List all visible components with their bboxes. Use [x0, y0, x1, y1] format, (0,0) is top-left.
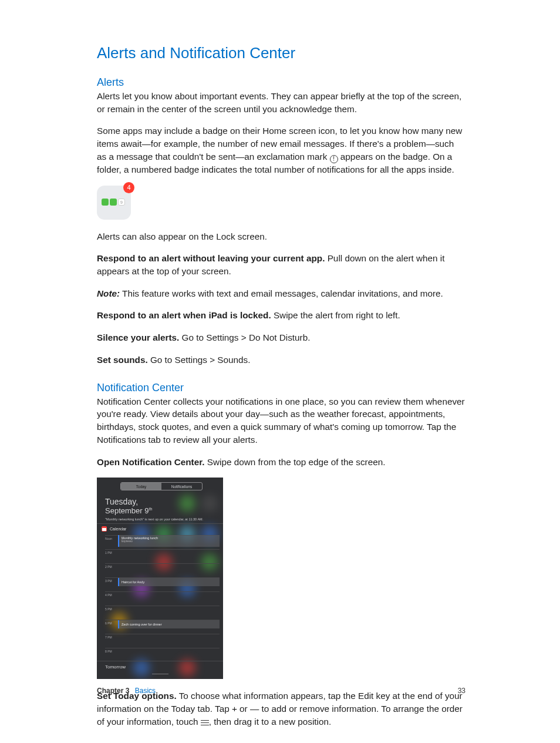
- alerts-lockscreen: Alerts can also appear on the Lock scree…: [97, 230, 465, 243]
- app-icon: [102, 199, 109, 206]
- respond-locked-label: Respond to an alert when iPad is locked.: [97, 310, 271, 320]
- notification-badge: 4: [123, 182, 134, 193]
- calendar-event: Monthly networking lunch Expresso: [118, 535, 220, 547]
- app-icon: [110, 199, 117, 206]
- footer-chapter: Chapter 3 Basics: [97, 687, 156, 695]
- silence-alerts: Silence your alerts. Go to Settings > Do…: [97, 331, 465, 344]
- time-label: 7 PM: [105, 636, 117, 639]
- nc-tabs: Today Notifications: [120, 482, 203, 490]
- nc-date: Tuesday, September 9th: [105, 497, 152, 515]
- set-sounds: Set sounds. Go to Settings > Sounds.: [97, 354, 465, 367]
- time-label: 4 PM: [105, 593, 117, 597]
- respond-current-app: Respond to an alert without leaving your…: [97, 252, 465, 277]
- chapter-name-link[interactable]: Basics: [135, 687, 156, 695]
- nc-timeline: Noon Monthly networking lunch Expresso 1…: [105, 535, 220, 662]
- calendar-icon: [102, 526, 107, 532]
- silence-text: Go to Settings > Do Not Disturb.: [179, 332, 310, 342]
- open-nc-text: Swipe down from the top edge of the scre…: [205, 457, 386, 467]
- page-content: Alerts and Notification Center Alerts Al…: [97, 44, 465, 737]
- folder-badge-figure: 9 4: [97, 186, 131, 220]
- event-title: Zach coming over for dinner: [122, 623, 161, 626]
- respond-app-label: Respond to an alert without leaving your…: [97, 253, 325, 263]
- time-label: 1 PM: [105, 551, 117, 554]
- event-location: Expresso: [122, 540, 217, 543]
- note-text: This feature works with text and email m…: [120, 288, 443, 298]
- time-label: 3 PM: [105, 579, 117, 583]
- respond-locked-text: Swipe the alert from right to left.: [271, 310, 400, 320]
- note-line: Note: This feature works with text and e…: [97, 287, 465, 300]
- note-label: Note:: [97, 288, 120, 298]
- event-title: Haircut for Andy: [122, 580, 144, 584]
- respond-locked: Respond to an alert when iPad is locked.…: [97, 309, 465, 322]
- time-label: 2 PM: [105, 565, 117, 569]
- reorder-handle-icon: [201, 720, 209, 725]
- time-label: 8 PM: [105, 650, 117, 653]
- nc-summary: "Monthly networking lunch" is next up on…: [105, 517, 203, 521]
- calendar-event: Haircut for Andy: [118, 578, 220, 586]
- time-label: 6 PM: [105, 621, 117, 625]
- page-number: 33: [458, 687, 465, 695]
- page-footer: Chapter 3 Basics 33: [97, 687, 465, 695]
- chapter-label: Chapter 3: [97, 687, 129, 695]
- nc-day: Tuesday,: [105, 497, 152, 506]
- sounds-label: Set sounds.: [97, 355, 148, 365]
- set-today-options: Set Today options. To choose what inform…: [97, 690, 465, 728]
- notification-center-figure: Today Notifications Tuesday, September 9…: [97, 478, 223, 679]
- notification-center-heading: Notification Center: [97, 382, 465, 394]
- exclamation-circle-icon: !: [330, 155, 338, 163]
- today-text-b: , then drag it to a new position.: [209, 717, 331, 727]
- page-title: Alerts and Notification Center: [97, 44, 465, 62]
- nc-calendar-header: Calendar: [102, 526, 126, 532]
- time-label: Noon: [105, 537, 117, 540]
- nc-full-date: September 9th: [105, 506, 152, 515]
- open-nc: Open Notification Center. Swipe down fro…: [97, 456, 465, 469]
- time-label: 5 PM: [105, 607, 117, 611]
- sounds-text: Go to Settings > Sounds.: [148, 355, 251, 365]
- nc-tomorrow-label: Tomorrow: [105, 664, 126, 670]
- open-nc-label: Open Notification Center.: [97, 457, 205, 467]
- silence-label: Silence your alerts.: [97, 332, 179, 342]
- alerts-intro-2: Some apps may include a badge on their H…: [97, 125, 465, 176]
- app-icon: 9: [118, 199, 125, 206]
- grabber-handle-icon[interactable]: [152, 674, 168, 676]
- alerts-heading: Alerts: [97, 76, 465, 89]
- nc-intro: Notification Center collects your notifi…: [97, 395, 465, 446]
- alerts-intro-1: Alerts let you know about important even…: [97, 90, 465, 115]
- calendar-event: Zach coming over for dinner: [118, 620, 220, 628]
- tab-notifications[interactable]: Notifications: [161, 483, 202, 490]
- calendar-label: Calendar: [110, 527, 126, 531]
- tab-today[interactable]: Today: [121, 483, 161, 490]
